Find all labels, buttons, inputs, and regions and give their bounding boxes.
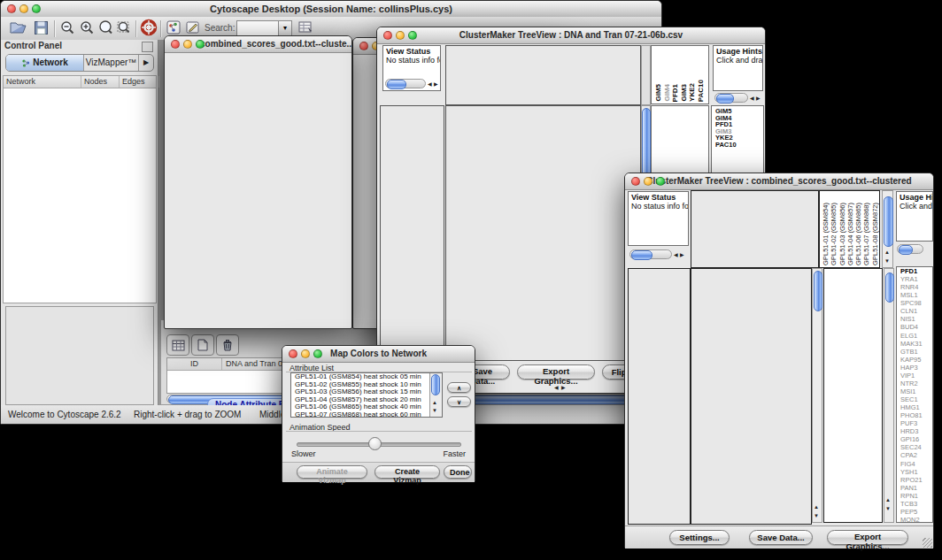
tv1-export-graphics-button[interactable]: Export Graphics... — [517, 364, 595, 380]
speed-slider-thumb[interactable] — [368, 437, 382, 450]
scroll-down-icon[interactable]: ▼ — [814, 513, 819, 519]
network1-title-bar[interactable]: combined_scores_good.txt--cluste... — [165, 36, 351, 53]
float-panel-icon[interactable] — [142, 42, 153, 52]
gene-label[interactable]: HAP3 — [899, 364, 932, 372]
close-icon[interactable] — [171, 40, 180, 49]
column-label[interactable]: GPL51-04 (GSM857) — [846, 203, 854, 265]
tab-network[interactable]: Network — [6, 55, 84, 71]
gene-label[interactable]: TCB3 — [899, 500, 932, 508]
gene-label[interactable]: ELG1 — [899, 332, 932, 340]
column-label[interactable]: PFD1 — [671, 84, 680, 102]
zoom-window-icon[interactable] — [196, 40, 205, 49]
gene-label[interactable]: SPC98 — [899, 299, 932, 307]
gene-label[interactable]: HMG1 — [899, 403, 932, 411]
attribute-item[interactable]: GPL51-07 (GSM868) heat shock 60 min — [293, 411, 442, 418]
column-label[interactable]: PAC10 — [697, 80, 706, 102]
import-attributes-button[interactable] — [297, 19, 314, 35]
tv1-status-hscrollbar[interactable] — [385, 79, 426, 88]
move-down-button[interactable]: ∨ — [447, 396, 471, 407]
column-label[interactable]: GPL51-01 (GSM854) — [822, 203, 830, 265]
scroll-thumb[interactable] — [814, 271, 822, 311]
scroll-right-icon[interactable]: ▶ — [680, 252, 684, 258]
gene-label[interactable]: GTB1 — [899, 348, 932, 356]
network-overview-thumbnail[interactable] — [5, 306, 154, 405]
done-button[interactable]: Done — [444, 465, 472, 479]
tv1-zoom-heatmap[interactable] — [653, 108, 701, 150]
gene-label[interactable]: PEP5 — [899, 508, 932, 516]
minimize-icon[interactable] — [19, 4, 28, 13]
scroll-right-icon[interactable]: ▶ — [756, 96, 761, 102]
tv2-save-data-button[interactable]: Save Data... — [749, 530, 813, 545]
close-icon[interactable] — [383, 31, 392, 40]
gene-label[interactable]: NTR2 — [899, 380, 932, 387]
scroll-up-icon[interactable]: ▲ — [432, 400, 437, 406]
column-label[interactable]: GIM5 — [654, 84, 663, 102]
tv2-global-heatmap[interactable] — [691, 268, 812, 525]
open-session-button[interactable] — [8, 19, 27, 36]
column-label[interactable]: GPL51-07 (GSM868) — [862, 203, 870, 265]
col-network[interactable]: Network — [4, 76, 81, 88]
zoom-fit-button[interactable] — [116, 19, 133, 36]
tv2-row-dendrogram[interactable] — [628, 268, 691, 525]
animate-vizmap-button[interactable]: Animate Vizmap — [297, 465, 367, 479]
scroll-left-icon[interactable]: ◀ — [428, 81, 432, 88]
scroll-down-icon[interactable]: ▼ — [885, 506, 891, 512]
move-up-button[interactable]: ∧ — [447, 382, 471, 393]
minimize-icon[interactable] — [301, 349, 310, 358]
tv1-row-dendrogram[interactable] — [380, 105, 444, 361]
gene-label[interactable]: PFD1 — [899, 267, 932, 275]
network-view-1-canvas[interactable] — [165, 52, 351, 329]
close-icon[interactable] — [7, 4, 16, 13]
gene-label[interactable]: SEC1 — [899, 395, 932, 403]
col-nodes[interactable]: Nodes — [81, 76, 120, 88]
gene-label[interactable]: PAN1 — [899, 484, 932, 492]
tv2-zoom-heatmap[interactable] — [825, 270, 881, 514]
gene-label[interactable]: CPA2 — [899, 451, 932, 459]
tv1-global-heatmap[interactable] — [445, 105, 641, 361]
gene-label[interactable]: MON2 — [899, 516, 932, 523]
gene-label[interactable]: RNR4 — [899, 283, 932, 291]
scroll-thumb[interactable] — [642, 108, 651, 179]
tv2-export-graphics-button[interactable]: Export Graphics... — [827, 530, 908, 545]
column-label[interactable]: GPL51-08 (GSM872) — [871, 203, 879, 265]
tv2-heatmap-vscrollbar[interactable]: ▲ ▼ — [812, 268, 822, 523]
scroll-down-icon[interactable]: ▼ — [432, 408, 437, 414]
scroll-left-icon[interactable]: ◀ — [554, 385, 559, 391]
search-dropdown-icon[interactable]: ▾ — [278, 20, 292, 36]
gene-label[interactable]: PUF3 — [899, 419, 932, 427]
search-input[interactable] — [236, 20, 279, 36]
birdseye-view-button[interactable] — [166, 19, 181, 35]
scroll-right-icon[interactable]: ▶ — [561, 385, 566, 391]
close-icon[interactable] — [631, 177, 640, 186]
scroll-thumb[interactable] — [884, 196, 893, 247]
main-title-bar[interactable]: Cytoscape Desktop (Session Name: collins… — [1, 1, 661, 18]
zoom-selected-region-button[interactable] — [97, 19, 114, 36]
scroll-thumb[interactable] — [431, 374, 440, 395]
tv2-column-dendrogram[interactable] — [691, 190, 819, 268]
gene-label[interactable]: BUD4 — [899, 323, 932, 331]
zoom-out-button[interactable] — [59, 19, 76, 36]
gene-label[interactable]: YRA1 — [899, 275, 932, 283]
close-icon[interactable] — [359, 42, 368, 50]
zoom-window-icon[interactable] — [313, 349, 322, 358]
gene-label[interactable]: YSH1 — [899, 468, 932, 476]
gene-label[interactable]: CLN1 — [899, 307, 932, 315]
column-label[interactable]: GPL51-03 (GSM856) — [838, 203, 846, 265]
tv1-column-dendrogram[interactable] — [445, 45, 641, 105]
gene-label[interactable]: HRD3 — [899, 427, 932, 435]
minimize-icon[interactable] — [396, 31, 405, 40]
column-label[interactable]: YKE2 — [688, 83, 697, 102]
col-edges[interactable]: Edges — [120, 76, 159, 88]
gene-label[interactable]: MSI1 — [899, 387, 932, 395]
tab-vizmapper[interactable]: VizMapper™ — [84, 55, 139, 71]
gene-label[interactable]: FIG4 — [899, 460, 932, 468]
gene-label[interactable]: RPN1 — [899, 492, 932, 500]
edit-network-button[interactable] — [185, 19, 201, 35]
select-attributes-button[interactable] — [166, 334, 189, 356]
column-label[interactable]: GPL51-02 (GSM855) — [830, 203, 838, 265]
gene-label[interactable]: GPI16 — [899, 435, 932, 443]
tv2-zoom-vscrollbar[interactable]: ▲ ▼ — [884, 268, 894, 523]
column-label[interactable]: GIM4 — [663, 84, 672, 102]
delete-attribute-button[interactable] — [216, 334, 239, 356]
save-session-button[interactable] — [33, 19, 50, 36]
